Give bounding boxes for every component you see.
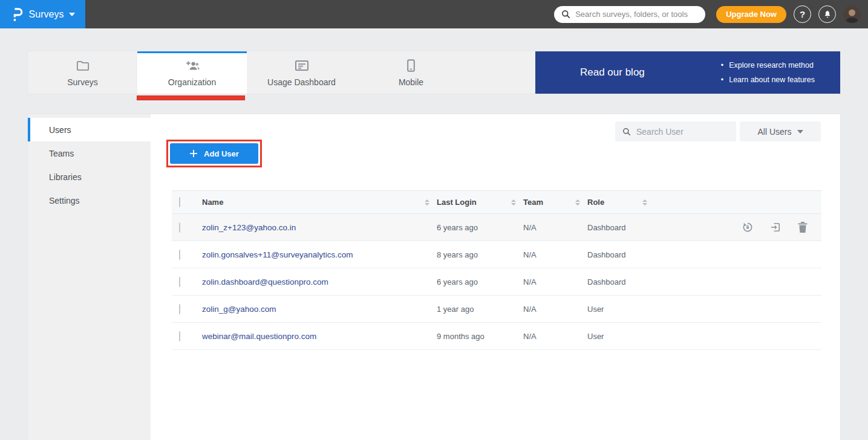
last-login-value: 6 years ago: [437, 277, 478, 286]
add-user-button[interactable]: Add User: [170, 143, 258, 164]
team-value: N/A: [523, 305, 537, 314]
plus-icon: [189, 149, 198, 158]
all-users-dropdown[interactable]: All Users: [740, 121, 821, 141]
tab-organization[interactable]: Organization: [137, 51, 247, 94]
tab-surveys[interactable]: Surveys: [28, 51, 137, 94]
blog-banner-bullets: Explore research method Learn about new …: [721, 58, 840, 88]
table-row: webinar@mail.questionpro.com 9 months ag…: [172, 323, 821, 350]
last-login-value: 8 years ago: [437, 250, 478, 259]
sidebar-item-libraries[interactable]: Libraries: [28, 165, 151, 189]
blog-bullet: Explore research method: [721, 58, 815, 73]
users-table-header: Name Last Login Team Role: [172, 190, 821, 214]
team-value: N/A: [523, 332, 537, 341]
tab-label: Usage Dashboard: [267, 77, 336, 87]
sidebar-item-users[interactable]: Users: [28, 118, 151, 141]
chevron-down-icon: [69, 13, 75, 16]
table-row: zolin.dashboard@questionpro.com 6 years …: [172, 268, 821, 296]
header-team: Team: [523, 198, 543, 207]
chevron-down-icon: [797, 130, 803, 134]
annotation-highlight-organization-tab: [137, 95, 245, 100]
role-value: Dashboard: [587, 223, 626, 232]
sidebar-item-settings[interactable]: Settings: [28, 189, 151, 212]
smartphone-icon: [407, 59, 415, 73]
tab-mobile[interactable]: Mobile: [356, 51, 466, 94]
blog-bullet: Learn about new features: [721, 73, 815, 87]
team-value: N/A: [523, 250, 537, 259]
sort-icon[interactable]: [642, 199, 647, 205]
dashboard-card-icon: [295, 59, 309, 73]
brand-label: Surveys: [29, 9, 64, 20]
notifications-button[interactable]: [818, 5, 836, 23]
role-value: User: [587, 305, 604, 314]
last-login-value: 9 months ago: [437, 332, 485, 341]
group-add-icon: [184, 59, 200, 73]
login-as-icon[interactable]: [769, 221, 782, 233]
organization-panel: Users Teams Libraries Settings All Users: [27, 114, 841, 440]
blog-banner-title: Read our blog: [535, 66, 645, 79]
last-login-value: 1 year ago: [437, 305, 474, 314]
table-row: zolin_g@yahoo.com 1 year ago N/A User: [172, 296, 821, 323]
role-value: User: [587, 332, 604, 341]
search-icon: [622, 128, 631, 136]
table-row: zolin.gonsalves+11@surveyanalytics.com 8…: [172, 241, 821, 268]
user-email-link[interactable]: zolin.dashboard@questionpro.com: [202, 277, 328, 286]
header-last-login: Last Login: [437, 198, 477, 207]
blog-banner[interactable]: Read our blog Explore research method Le…: [535, 51, 840, 94]
row-checkbox[interactable]: [179, 304, 180, 314]
row-checkbox[interactable]: [179, 222, 180, 233]
sidebar-item-teams[interactable]: Teams: [28, 141, 151, 165]
org-sidebar: Users Teams Libraries Settings: [28, 114, 151, 440]
header-role: Role: [587, 198, 604, 207]
upgrade-now-button[interactable]: Upgrade Now: [716, 6, 786, 23]
tab-usage-dashboard[interactable]: Usage Dashboard: [247, 51, 356, 94]
sort-icon[interactable]: [575, 199, 580, 205]
tab-label: Organization: [168, 77, 216, 87]
topbar: Surveys Upgrade Now ?: [0, 0, 868, 28]
row-checkbox[interactable]: [179, 250, 180, 260]
users-table: Name Last Login Team Role: [172, 190, 821, 350]
team-value: N/A: [523, 277, 537, 286]
brand-menu[interactable]: Surveys: [0, 0, 85, 28]
folder-icon: [76, 59, 90, 73]
team-value: N/A: [523, 223, 537, 232]
search-icon: [561, 10, 570, 19]
annotation-highlight-add-user-button: Add User: [166, 140, 262, 167]
tab-label: Mobile: [399, 77, 423, 87]
row-checkbox[interactable]: [179, 331, 180, 341]
select-all-checkbox[interactable]: [179, 197, 180, 207]
table-row: zolin_z+123@yahoo.co.in 6 years ago N/A …: [172, 214, 821, 241]
global-search[interactable]: [554, 6, 705, 23]
avatar[interactable]: [843, 5, 861, 23]
last-login-value: 6 years ago: [437, 223, 478, 232]
user-email-link[interactable]: webinar@mail.questionpro.com: [202, 332, 316, 341]
role-value: Dashboard: [587, 250, 626, 259]
user-search-input[interactable]: [636, 127, 729, 137]
row-checkbox[interactable]: [179, 277, 180, 287]
questionpro-logo-icon: [10, 7, 24, 22]
user-email-link[interactable]: zolin_z+123@yahoo.co.in: [202, 223, 296, 232]
users-main: All Users Add User Name: [151, 114, 840, 440]
reset-password-icon[interactable]: [742, 221, 754, 233]
user-email-link[interactable]: zolin_g@yahoo.com: [202, 305, 276, 314]
topbar-actions: Upgrade Now ?: [554, 5, 868, 23]
user-search[interactable]: [615, 121, 736, 141]
user-email-link[interactable]: zolin.gonsalves+11@surveyanalytics.com: [202, 250, 353, 259]
user-filter-row: All Users: [615, 121, 821, 141]
module-tabs: Surveys Organization Usage Dashboard Mob…: [27, 51, 841, 94]
help-button[interactable]: ?: [794, 5, 811, 23]
all-users-label: All Users: [757, 127, 791, 137]
delete-icon[interactable]: [797, 221, 808, 233]
role-value: Dashboard: [587, 277, 626, 286]
bell-icon: [823, 10, 832, 19]
help-icon: ?: [800, 9, 805, 19]
sort-icon[interactable]: [425, 199, 429, 205]
tab-label: Surveys: [67, 77, 98, 87]
header-name: Name: [202, 198, 223, 207]
sort-icon[interactable]: [511, 199, 516, 205]
global-search-input[interactable]: [575, 10, 698, 19]
